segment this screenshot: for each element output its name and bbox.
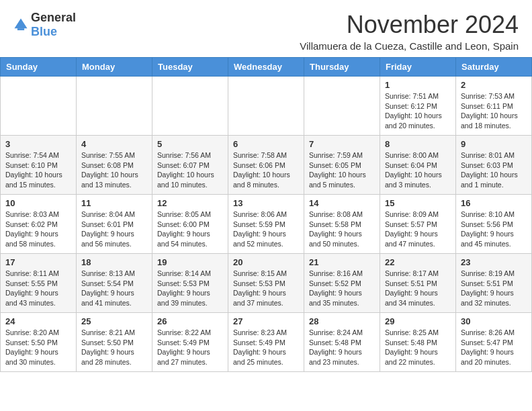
day-info: Sunrise: 8:14 AMSunset: 5:53 PMDaylight:… bbox=[157, 269, 223, 308]
day-number: 21 bbox=[309, 257, 375, 267]
calendar-cell bbox=[152, 77, 228, 136]
calendar-cell: 1Sunrise: 7:51 AMSunset: 6:12 PMDaylight… bbox=[380, 77, 456, 136]
weekday-header: Sunday bbox=[1, 58, 77, 77]
logo-blue-text: Blue bbox=[31, 25, 57, 38]
day-number: 7 bbox=[309, 139, 375, 149]
calendar-cell: 19Sunrise: 8:14 AMSunset: 5:53 PMDayligh… bbox=[152, 254, 228, 313]
day-number: 27 bbox=[233, 316, 299, 326]
svg-rect-1 bbox=[17, 28, 24, 30]
day-info: Sunrise: 8:08 AMSunset: 5:58 PMDaylight:… bbox=[309, 210, 375, 249]
day-info: Sunrise: 8:20 AMSunset: 5:50 PMDaylight:… bbox=[5, 328, 71, 367]
logo-general-text: General bbox=[31, 11, 76, 24]
day-info: Sunrise: 8:11 AMSunset: 5:55 PMDaylight:… bbox=[5, 269, 71, 308]
day-info: Sunrise: 7:54 AMSunset: 6:10 PMDaylight:… bbox=[5, 150, 71, 190]
calendar-week-row: 3Sunrise: 7:54 AMSunset: 6:10 PMDaylight… bbox=[1, 136, 532, 195]
calendar-cell: 26Sunrise: 8:22 AMSunset: 5:49 PMDayligh… bbox=[152, 313, 228, 372]
day-info: Sunrise: 8:24 AMSunset: 5:48 PMDaylight:… bbox=[309, 328, 375, 367]
day-number: 19 bbox=[157, 257, 223, 267]
day-number: 25 bbox=[81, 316, 147, 326]
calendar-cell: 22Sunrise: 8:17 AMSunset: 5:51 PMDayligh… bbox=[380, 254, 456, 313]
day-number: 4 bbox=[81, 139, 147, 149]
day-number: 29 bbox=[385, 316, 451, 326]
calendar-cell: 27Sunrise: 8:23 AMSunset: 5:49 PMDayligh… bbox=[228, 313, 304, 372]
calendar-cell: 12Sunrise: 8:05 AMSunset: 6:00 PMDayligh… bbox=[152, 195, 228, 254]
calendar-week-row: 10Sunrise: 8:03 AMSunset: 6:02 PMDayligh… bbox=[1, 195, 532, 254]
day-number: 20 bbox=[233, 257, 299, 267]
day-info: Sunrise: 8:05 AMSunset: 6:00 PMDaylight:… bbox=[157, 210, 223, 249]
calendar-cell: 24Sunrise: 8:20 AMSunset: 5:50 PMDayligh… bbox=[1, 313, 77, 372]
calendar-cell: 6Sunrise: 7:58 AMSunset: 6:06 PMDaylight… bbox=[228, 136, 304, 195]
day-number: 9 bbox=[461, 139, 527, 149]
svg-marker-0 bbox=[14, 18, 27, 28]
day-info: Sunrise: 8:00 AMSunset: 6:04 PMDaylight:… bbox=[385, 150, 451, 190]
weekday-header: Saturday bbox=[456, 58, 532, 77]
calendar-cell: 17Sunrise: 8:11 AMSunset: 5:55 PMDayligh… bbox=[1, 254, 77, 313]
calendar-cell: 10Sunrise: 8:03 AMSunset: 6:02 PMDayligh… bbox=[1, 195, 77, 254]
calendar-cell: 18Sunrise: 8:13 AMSunset: 5:54 PMDayligh… bbox=[77, 254, 152, 313]
logo-icon bbox=[13, 17, 28, 32]
calendar-cell: 9Sunrise: 8:01 AMSunset: 6:03 PMDaylight… bbox=[456, 136, 532, 195]
day-number: 28 bbox=[309, 316, 375, 326]
weekday-header: Monday bbox=[77, 58, 152, 77]
day-number: 16 bbox=[461, 198, 527, 208]
day-number: 2 bbox=[461, 80, 527, 90]
logo: General Blue bbox=[13, 11, 76, 39]
day-info: Sunrise: 8:10 AMSunset: 5:56 PMDaylight:… bbox=[461, 210, 527, 249]
day-number: 22 bbox=[385, 257, 451, 267]
day-info: Sunrise: 8:23 AMSunset: 5:49 PMDaylight:… bbox=[233, 328, 299, 367]
month-title: November 2024 bbox=[300, 11, 519, 39]
day-info: Sunrise: 8:17 AMSunset: 5:51 PMDaylight:… bbox=[385, 269, 451, 308]
day-info: Sunrise: 8:01 AMSunset: 6:03 PMDaylight:… bbox=[461, 150, 527, 190]
weekday-header-row: SundayMondayTuesdayWednesdayThursdayFrid… bbox=[1, 58, 532, 77]
day-number: 14 bbox=[309, 198, 375, 208]
day-number: 11 bbox=[81, 198, 147, 208]
title-section: November 2024 Villamuera de la Cueza, Ca… bbox=[300, 11, 519, 52]
weekday-header: Thursday bbox=[304, 58, 380, 77]
calendar-cell bbox=[304, 77, 380, 136]
calendar-cell: 25Sunrise: 8:21 AMSunset: 5:50 PMDayligh… bbox=[77, 313, 152, 372]
day-number: 3 bbox=[5, 139, 71, 149]
day-info: Sunrise: 8:03 AMSunset: 6:02 PMDaylight:… bbox=[5, 210, 71, 249]
calendar-cell: 16Sunrise: 8:10 AMSunset: 5:56 PMDayligh… bbox=[456, 195, 532, 254]
calendar-cell bbox=[1, 77, 77, 136]
day-info: Sunrise: 8:22 AMSunset: 5:49 PMDaylight:… bbox=[157, 328, 223, 367]
calendar-cell bbox=[77, 77, 152, 136]
day-info: Sunrise: 7:51 AMSunset: 6:12 PMDaylight:… bbox=[385, 91, 451, 131]
day-info: Sunrise: 8:21 AMSunset: 5:50 PMDaylight:… bbox=[81, 328, 147, 367]
day-number: 12 bbox=[157, 198, 223, 208]
calendar-cell: 30Sunrise: 8:26 AMSunset: 5:47 PMDayligh… bbox=[456, 313, 532, 372]
calendar-cell bbox=[228, 77, 304, 136]
calendar-cell: 20Sunrise: 8:15 AMSunset: 5:53 PMDayligh… bbox=[228, 254, 304, 313]
day-info: Sunrise: 8:19 AMSunset: 5:51 PMDaylight:… bbox=[461, 269, 527, 308]
calendar-cell: 3Sunrise: 7:54 AMSunset: 6:10 PMDaylight… bbox=[1, 136, 77, 195]
day-number: 24 bbox=[5, 316, 71, 326]
day-number: 26 bbox=[157, 316, 223, 326]
day-number: 10 bbox=[5, 198, 71, 208]
day-info: Sunrise: 8:13 AMSunset: 5:54 PMDaylight:… bbox=[81, 269, 147, 308]
weekday-header: Tuesday bbox=[152, 58, 228, 77]
day-info: Sunrise: 8:15 AMSunset: 5:53 PMDaylight:… bbox=[233, 269, 299, 308]
calendar-cell: 13Sunrise: 8:06 AMSunset: 5:59 PMDayligh… bbox=[228, 195, 304, 254]
day-info: Sunrise: 7:55 AMSunset: 6:08 PMDaylight:… bbox=[81, 150, 147, 190]
day-info: Sunrise: 8:06 AMSunset: 5:59 PMDaylight:… bbox=[233, 210, 299, 249]
page-header: General Blue November 2024 Villamuera de… bbox=[0, 0, 532, 57]
day-info: Sunrise: 7:58 AMSunset: 6:06 PMDaylight:… bbox=[233, 150, 299, 190]
day-number: 17 bbox=[5, 257, 71, 267]
calendar-cell: 14Sunrise: 8:08 AMSunset: 5:58 PMDayligh… bbox=[304, 195, 380, 254]
day-info: Sunrise: 8:25 AMSunset: 5:48 PMDaylight:… bbox=[385, 328, 451, 367]
day-info: Sunrise: 7:59 AMSunset: 6:05 PMDaylight:… bbox=[309, 150, 375, 190]
calendar-week-row: 17Sunrise: 8:11 AMSunset: 5:55 PMDayligh… bbox=[1, 254, 532, 313]
calendar-cell: 11Sunrise: 8:04 AMSunset: 6:01 PMDayligh… bbox=[77, 195, 152, 254]
calendar-cell: 23Sunrise: 8:19 AMSunset: 5:51 PMDayligh… bbox=[456, 254, 532, 313]
calendar-cell: 28Sunrise: 8:24 AMSunset: 5:48 PMDayligh… bbox=[304, 313, 380, 372]
calendar-cell: 5Sunrise: 7:56 AMSunset: 6:07 PMDaylight… bbox=[152, 136, 228, 195]
day-number: 30 bbox=[461, 316, 527, 326]
day-number: 5 bbox=[157, 139, 223, 149]
day-info: Sunrise: 8:16 AMSunset: 5:52 PMDaylight:… bbox=[309, 269, 375, 308]
calendar-cell: 4Sunrise: 7:55 AMSunset: 6:08 PMDaylight… bbox=[77, 136, 152, 195]
day-number: 6 bbox=[233, 139, 299, 149]
calendar-cell: 29Sunrise: 8:25 AMSunset: 5:48 PMDayligh… bbox=[380, 313, 456, 372]
day-info: Sunrise: 7:53 AMSunset: 6:11 PMDaylight:… bbox=[461, 91, 527, 131]
day-info: Sunrise: 8:09 AMSunset: 5:57 PMDaylight:… bbox=[385, 210, 451, 249]
calendar-week-row: 1Sunrise: 7:51 AMSunset: 6:12 PMDaylight… bbox=[1, 77, 532, 136]
